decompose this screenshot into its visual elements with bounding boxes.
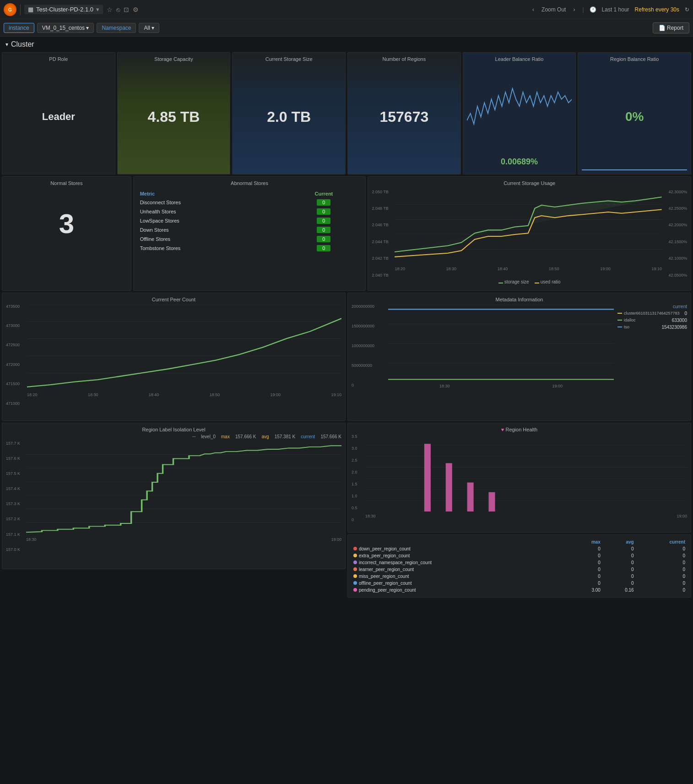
region-health-row: learner_peer_region_count 0 0 0: [352, 566, 687, 573]
peer-count-chart: [27, 304, 341, 391]
abnormal-store-row: Offline Stores0: [137, 234, 362, 244]
abnormal-stores-title: Abnormal Stores: [137, 180, 362, 186]
peer-count-panel: Current Peer Count 473500473000472500472…: [2, 293, 346, 421]
zoom-out-next-button[interactable]: ›: [571, 5, 577, 14]
clock-icon: 🕐: [590, 6, 596, 13]
metadata-current-header: current: [617, 304, 687, 309]
time-range-label[interactable]: Last 1 hour: [602, 6, 629, 13]
abnormal-store-row: LowSpace Stores0: [137, 216, 362, 225]
region-health-row: down_peer_region_count 0 0 0: [352, 545, 687, 552]
settings-icon[interactable]: ⚙: [133, 6, 139, 13]
zoom-out-prev-button[interactable]: ‹: [531, 5, 536, 14]
rh-current-header: current: [636, 539, 687, 545]
svg-rect-38: [467, 482, 474, 511]
storage-capacity-card: Storage Capacity 4.85 TB: [117, 52, 231, 174]
leader-balance-chart: [467, 64, 572, 170]
namespace-button[interactable]: Namespace: [97, 23, 136, 33]
instance-button[interactable]: instance: [4, 23, 34, 33]
refresh-label[interactable]: Refresh every 30s: [635, 6, 679, 13]
collapse-icon[interactable]: ▾: [5, 41, 8, 48]
current-col-header: Current: [286, 190, 362, 198]
region-balance-value: 0%: [625, 109, 644, 124]
region-balance-card: Region Balance Ratio 0%: [578, 52, 691, 174]
num-regions-value: 157673: [352, 64, 457, 170]
region-health-table: max avg current down_peer_region_count 0…: [352, 539, 687, 593]
region-health-row: pending_peer_region_count 3.00 0.16 0: [352, 587, 687, 593]
abnormal-stores-table: Metric Current Disconnect Stores0Unhealt…: [137, 190, 362, 253]
normal-stores-value: 3: [6, 190, 127, 258]
svg-rect-39: [488, 492, 495, 511]
num-regions-title: Number of Regions: [352, 56, 457, 62]
rh-avg-header: avg: [602, 539, 636, 545]
region-health-x-axis: 18:3019:00: [365, 514, 687, 518]
abnormal-store-row: Unhealth Stores0: [137, 207, 362, 216]
region-health-chart: [365, 434, 687, 512]
storage-usage-legend: storage size used ratio: [372, 279, 687, 284]
region-label-legend-row: ─ level_0 max 157.666 K avg 157.381 K cu…: [6, 434, 341, 439]
metadata-legend: current cluster66103113174642577​83 0 id…: [614, 304, 687, 397]
normal-stores-panel: Normal Stores 3: [2, 176, 131, 291]
storage-usage-panel: Current Storage Usage 2.050 TB2.048 TB2.…: [368, 176, 691, 291]
navbar: G ▦ Test-Cluster-PD-2.1.0 ▾ ☆ ⎋ ⊡ ⚙ ‹ Zo…: [0, 0, 693, 19]
region-health-y-axis: 3.53.02.52.01.51.00.50: [352, 434, 365, 522]
bottom-row: Region Label Isolation Level ─ level_0 m…: [0, 423, 693, 598]
vm-selector[interactable]: VM_0_15_centos ▾: [37, 23, 94, 33]
metrics-row: PD Role Leader Storage Capacity 4.85 TB …: [0, 52, 693, 174]
abnormal-store-row: Tombstone Stores0: [137, 244, 362, 253]
navbar-actions: ‹ Zoom Out › | 🕐 Last 1 hour Refresh eve…: [531, 5, 689, 14]
region-health-row: miss_peer_region_count 0 0 0: [352, 573, 687, 580]
region-health-chart-panel: ♥ Region Health 3.53.02.52.01.51.00.50: [347, 423, 691, 533]
storage-size-value: 2.0 TB: [236, 64, 341, 170]
metadata-x-axis: 18:3019:00: [388, 384, 614, 388]
refresh-icon[interactable]: ↻: [685, 6, 689, 13]
abnormal-stores-panel: Abnormal Stores Metric Current Disconnec…: [133, 176, 366, 291]
chevron-down-icon: ▾: [86, 25, 89, 31]
leader-balance-title: Leader Balance Ratio: [467, 56, 572, 62]
cluster-title: Cluster: [11, 40, 34, 49]
region-health-container: ♥ Region Health 3.53.02.52.01.51.00.50: [347, 423, 691, 598]
region-label-panel: Region Label Isolation Level ─ level_0 m…: [2, 423, 346, 569]
svg-rect-36: [424, 444, 431, 512]
metadata-y-axis: 2000000000 1500000000 1000000000 5000000…: [352, 304, 374, 387]
pd-role-card: PD Role Leader: [2, 52, 115, 174]
rh-max-header: max: [568, 539, 602, 545]
toolbar: instance VM_0_15_centos ▾ Namespace All …: [0, 19, 693, 37]
report-icon: 📄: [659, 25, 666, 31]
storage-size-title: Current Storage Size: [236, 56, 341, 62]
all-selector[interactable]: All ▾: [139, 23, 159, 33]
chart-row-1: Current Peer Count 473500473000472500472…: [0, 293, 693, 421]
zoom-out-label[interactable]: Zoom Out: [541, 6, 566, 13]
section-header-cluster: ▾ Cluster: [0, 37, 693, 52]
abnormal-store-row: Down Stores0: [137, 225, 362, 234]
y-axis-right: 42.3000%42.2500%42.2000%42.1500%42.1000%…: [662, 190, 687, 278]
metadata-legend-row: idalloc 633000: [617, 318, 687, 323]
region-health-title: ♥ Region Health: [352, 427, 687, 432]
abnormal-store-row: Disconnect Stores0: [137, 198, 362, 207]
region-health-row: offline_peer_region_count 0 0 0: [352, 580, 687, 587]
storage-usage-title: Current Storage Usage: [372, 180, 687, 186]
region-label-x-axis: 18:3019:00: [26, 537, 341, 542]
region-health-row: incorrect_namespace_region_count 0 0 0: [352, 559, 687, 566]
region-label-chart: [26, 441, 341, 535]
metadata-title: Metadata Information: [352, 297, 687, 302]
pd-role-title: PD Role: [6, 56, 111, 62]
leader-balance-card: Leader Balance Ratio 0.00689%: [463, 52, 576, 174]
star-icon[interactable]: ☆: [107, 6, 113, 13]
region-label-title: Region Label Isolation Level: [6, 427, 341, 432]
region-balance-title: Region Balance Ratio: [582, 56, 687, 62]
svg-text:G: G: [8, 7, 12, 12]
metadata-legend-row: cluster66103113174642577​83 0: [617, 311, 687, 316]
save-icon[interactable]: ⊡: [124, 6, 129, 13]
dashboard-icon: ▦: [28, 6, 33, 13]
y-axis-left: 2.050 TB2.048 TB2.046 TB2.044 TB2.042 TB…: [372, 190, 395, 278]
metadata-panel: Metadata Information 2000000000 15000000…: [347, 293, 691, 421]
normal-stores-title: Normal Stores: [6, 180, 127, 186]
num-regions-card: Number of Regions 157673: [347, 52, 461, 174]
svg-rect-37: [446, 463, 452, 512]
pd-role-value: Leader: [6, 64, 111, 170]
report-button[interactable]: 📄 Report: [653, 22, 689, 33]
dashboard-title[interactable]: ▦ Test-Cluster-PD-2.1.0 ▾: [24, 5, 103, 14]
metadata-legend-row: tso 1543230986: [617, 325, 687, 330]
share-icon[interactable]: ⎋: [116, 6, 120, 13]
peer-count-x-axis: 18:2018:3018:4018:5019:0019:10: [27, 392, 341, 397]
